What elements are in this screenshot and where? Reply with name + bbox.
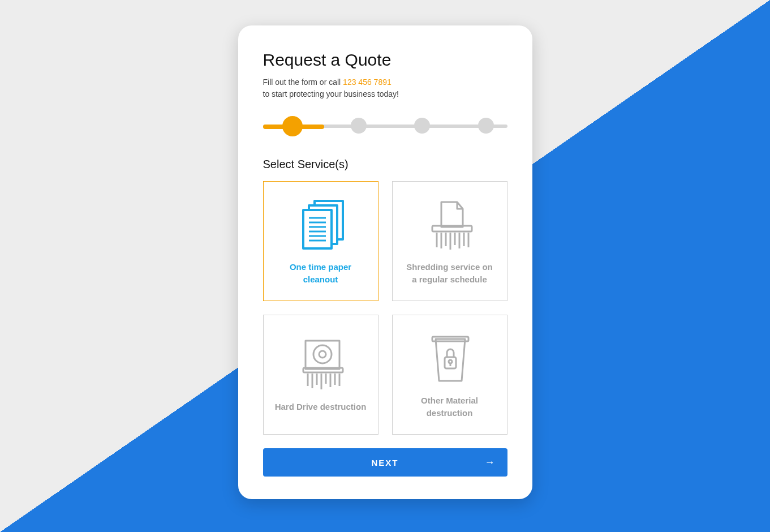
phone-link[interactable]: 123 456 7891: [343, 78, 392, 87]
next-button-label: NEXT: [371, 458, 398, 467]
svg-point-20: [319, 351, 326, 358]
quote-card: Request a Quote Fill out the form or cal…: [238, 25, 532, 499]
service-label: One time paper cleanout: [275, 261, 367, 286]
svg-rect-2: [303, 210, 332, 248]
locked-bin-icon: [424, 330, 475, 387]
subtitle-line-1: Fill out the form or call 123 456 7891: [263, 76, 507, 88]
service-label: Shredding service on a regular schedule: [404, 261, 496, 286]
shredder-icon: [424, 196, 475, 253]
documents-icon: [295, 196, 346, 253]
progress-step-3: [414, 118, 430, 134]
service-option-regular-shredding[interactable]: Shredding service on a regular schedule: [392, 181, 507, 301]
services-grid: One time paper cleanout: [263, 181, 507, 435]
service-option-hard-drive[interactable]: Hard Drive destruction: [263, 315, 378, 435]
service-option-one-time-paper[interactable]: One time paper cleanout: [263, 181, 378, 301]
services-section-title: Select Service(s): [263, 158, 507, 171]
page-title: Request a Quote: [263, 50, 507, 70]
service-label: Hard Drive destruction: [275, 401, 367, 413]
progress-bar: [263, 116, 507, 136]
arrow-right-icon: →: [485, 457, 496, 469]
service-label: Other Material destruction: [404, 394, 496, 419]
subtitle-line-2: to start protecting your business today!: [263, 88, 507, 100]
progress-step-4: [478, 118, 494, 134]
progress-step-2: [351, 118, 367, 134]
next-button[interactable]: NEXT →: [263, 448, 507, 477]
service-option-other-material[interactable]: Other Material destruction: [392, 315, 507, 435]
svg-rect-9: [432, 226, 472, 231]
subtitle-prefix: Fill out the form or call: [263, 78, 343, 87]
hard-drive-shred-icon: [295, 336, 346, 393]
progress-step-1: [282, 116, 303, 136]
svg-point-19: [313, 345, 332, 363]
svg-rect-21: [303, 368, 343, 372]
